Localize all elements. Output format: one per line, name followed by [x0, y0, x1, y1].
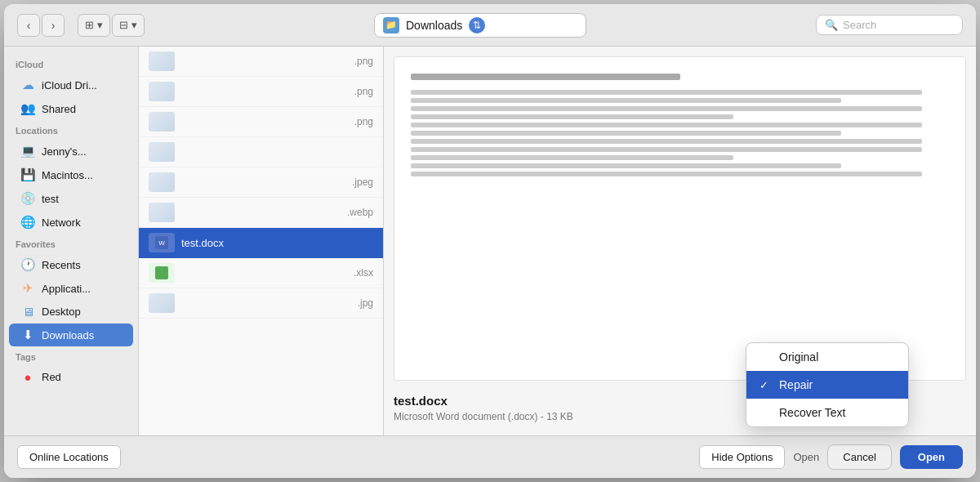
locations-section-label: Locations — [4, 121, 138, 139]
table-row[interactable]: .png — [139, 77, 383, 107]
red-tag-icon: ● — [20, 370, 35, 384]
search-box[interactable]: 🔍 Search — [816, 15, 963, 35]
column-view-arrow: ▾ — [97, 19, 103, 31]
file-thumbnail — [149, 203, 175, 222]
sidebar-item-network[interactable]: 🌐 Network — [9, 211, 133, 234]
doc-line — [411, 90, 922, 95]
table-row[interactable]: .png — [139, 47, 383, 77]
sidebar-item-label: Applicati... — [42, 283, 91, 295]
open-with-dropdown-menu: Original ✓ Repair Recover Text — [746, 342, 909, 427]
doc-line — [411, 155, 733, 160]
doc-line — [411, 74, 680, 80]
icloud-drive-icon: ☁ — [20, 78, 35, 92]
file-ext: .png — [354, 86, 373, 97]
doc-line — [411, 147, 922, 152]
sidebar-item-label: test — [42, 193, 59, 205]
doc-line — [411, 123, 922, 127]
grid-view-arrow: ▾ — [131, 19, 137, 31]
doc-line — [411, 139, 922, 144]
doc-line — [411, 98, 841, 103]
sidebar-item-icloud-drive[interactable]: ☁ iCloud Dri... — [9, 74, 133, 96]
grid-view-icon: ⊟ — [119, 19, 128, 31]
file-name: test.docx — [181, 237, 367, 249]
file-thumbnail — [149, 293, 175, 313]
sidebar-item-downloads[interactable]: ⬇ Downloads — [9, 324, 133, 346]
recents-icon: 🕐 — [20, 257, 35, 272]
doc-line — [411, 114, 733, 119]
back-button[interactable]: ‹ — [17, 14, 40, 37]
doc-line — [411, 172, 922, 176]
file-thumbnail — [149, 142, 175, 162]
jenny-icon: 💻 — [20, 144, 35, 158]
column-view-icon: ⊞ — [85, 19, 94, 31]
grid-view-button[interactable]: ⊟ ▾ — [112, 14, 145, 37]
sidebar-item-label: iCloud Dri... — [42, 79, 97, 91]
menu-item-label: Original — [779, 350, 818, 364]
sidebar-item-label: Desktop — [42, 306, 81, 318]
doc-line — [411, 106, 922, 111]
table-row[interactable]: .xlsx — [139, 258, 383, 288]
test-drive-icon: 💿 — [20, 191, 35, 206]
column-view-button[interactable]: ⊞ ▾ — [78, 14, 110, 37]
online-locations-button[interactable]: Online Locations — [17, 445, 121, 469]
open-with-group: Open — [793, 451, 819, 463]
sidebar-item-test[interactable]: 💿 test — [9, 187, 133, 210]
menu-item-original[interactable]: Original — [746, 343, 908, 371]
table-row[interactable] — [139, 137, 383, 167]
file-thumbnail — [149, 172, 175, 192]
menu-item-label: Repair — [779, 378, 813, 391]
menu-item-label: Recover Text — [779, 406, 845, 419]
location-folder-icon: 📁 — [383, 17, 399, 33]
sidebar-item-label: Network — [42, 216, 81, 229]
file-ext: .jpeg — [352, 176, 373, 188]
cancel-button[interactable]: Cancel — [827, 444, 891, 470]
sidebar-item-label: Shared — [42, 103, 76, 115]
file-thumbnail — [149, 112, 175, 132]
sidebar-item-shared[interactable]: 👥 Shared — [9, 97, 133, 120]
open-button[interactable]: Open — [900, 445, 963, 469]
location-stepper-icon[interactable]: ⇅ — [469, 17, 485, 33]
doc-line — [411, 131, 841, 136]
table-row[interactable]: .jpeg — [139, 167, 383, 198]
sidebar-item-label: Macintos... — [42, 169, 93, 181]
network-icon: 🌐 — [20, 215, 35, 230]
nav-buttons: ‹ › — [17, 14, 65, 37]
file-list-panel: .png .png .png — [139, 47, 384, 435]
file-thumbnail — [149, 51, 175, 71]
table-row[interactable]: .png — [139, 107, 383, 137]
location-bar: 📁 Downloads ⇅ — [153, 13, 808, 38]
doc-line — [411, 163, 841, 168]
menu-item-recover-text[interactable]: Recover Text — [746, 399, 908, 426]
file-thumbnail — [149, 263, 175, 283]
macintosh-icon: 💾 — [20, 167, 35, 182]
location-pill[interactable]: 📁 Downloads ⇅ — [374, 13, 586, 38]
file-ext: .png — [354, 56, 373, 67]
sidebar-item-recents[interactable]: 🕐 Recents — [9, 253, 133, 276]
file-ext: .png — [354, 116, 373, 127]
hide-options-button[interactable]: Hide Options — [699, 445, 785, 469]
sidebar-item-jenny[interactable]: 💻 Jenny's... — [9, 140, 133, 163]
file-ext: .xlsx — [354, 267, 373, 279]
shared-icon: 👥 — [20, 101, 35, 116]
sidebar-item-tag-red[interactable]: ● Red — [9, 366, 133, 388]
sidebar-item-macintosh[interactable]: 💾 Macintos... — [9, 163, 133, 186]
forward-button[interactable]: › — [42, 14, 65, 37]
desktop-icon: 🖥 — [20, 305, 35, 319]
downloads-icon: ⬇ — [20, 328, 35, 342]
sidebar-item-desktop[interactable]: 🖥 Desktop — [9, 301, 133, 323]
icloud-section-label: iCloud — [4, 55, 138, 73]
sidebar-item-applications[interactable]: ✈ Applicati... — [9, 277, 133, 300]
file-open-dialog: ‹ › ⊞ ▾ ⊟ ▾ 📁 Downloads ⇅ 🔍 Search — [4, 4, 976, 478]
file-ext: .jpg — [358, 297, 373, 309]
toolbar: ‹ › ⊞ ▾ ⊟ ▾ 📁 Downloads ⇅ 🔍 Search — [4, 4, 976, 47]
doc-preview — [411, 74, 949, 364]
search-input[interactable]: Search — [843, 19, 876, 31]
menu-item-repair[interactable]: ✓ Repair — [746, 371, 908, 399]
sidebar-item-label: Red — [42, 371, 61, 383]
table-row[interactable]: .webp — [139, 198, 383, 228]
preview-image — [394, 56, 966, 381]
table-row[interactable]: .jpg — [139, 288, 383, 319]
sidebar-item-label: Downloads — [42, 329, 94, 341]
applications-icon: ✈ — [20, 281, 35, 296]
table-row[interactable]: W test.docx — [139, 228, 383, 258]
